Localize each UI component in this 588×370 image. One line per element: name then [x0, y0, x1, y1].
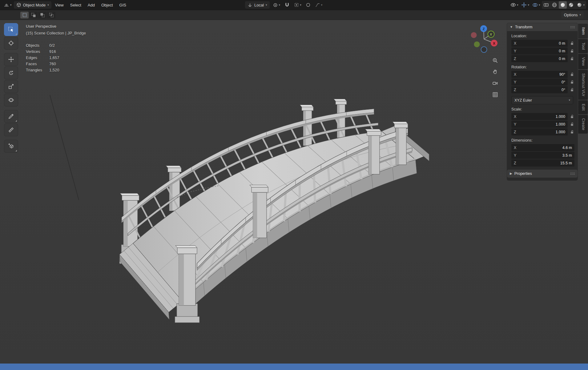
dimensions-y-field[interactable]: Y3.5 m	[511, 152, 574, 159]
tab-edit[interactable]: Edit	[578, 100, 588, 114]
pan-button[interactable]	[490, 66, 500, 77]
tool-rotate[interactable]	[4, 66, 18, 79]
menu-view[interactable]: View	[52, 2, 66, 8]
location-z-field[interactable]: Z0 m	[511, 55, 568, 62]
axis-label: Z	[514, 130, 519, 134]
zoom-button[interactable]	[490, 55, 500, 66]
gizmo-axis-z-neg[interactable]	[481, 47, 487, 53]
menu-add[interactable]: Add	[85, 2, 98, 8]
tool-scale[interactable]	[4, 80, 18, 93]
chevron-down-icon: ▾	[321, 4, 323, 6]
lock-open-icon[interactable]	[570, 115, 574, 119]
rotate-icon	[8, 70, 14, 76]
tool-add-cube[interactable]	[4, 140, 18, 153]
ortho-toggle-button[interactable]	[490, 89, 500, 100]
select-mode-extend-button[interactable]	[29, 12, 38, 18]
tool-measure[interactable]	[4, 123, 18, 136]
shading-rendered-button[interactable]: ▾	[575, 1, 586, 9]
chevron-down-icon: ▾	[528, 4, 529, 6]
gizmo-y-label: Y	[490, 33, 492, 36]
options-dropdown[interactable]: Options ▾	[561, 11, 584, 18]
tab-item[interactable]: Item	[578, 24, 588, 38]
overlays-toggle-dropdown[interactable]: ▾	[531, 1, 542, 9]
properties-panel-header[interactable]: ▶ Properties	[507, 170, 578, 178]
3d-viewport[interactable]: User Perspective (15) Scene Collection |…	[0, 20, 588, 364]
tool-annotate[interactable]	[4, 110, 18, 123]
transform-icon	[8, 97, 14, 103]
rotation-z-field[interactable]: Z0°	[511, 86, 568, 93]
gizmo-axis-x-neg[interactable]	[471, 32, 477, 38]
select-mode-set-button[interactable]	[20, 12, 29, 18]
lock-open-icon[interactable]	[570, 41, 574, 45]
proportional-falloff-dropdown[interactable]: ▾	[314, 1, 324, 9]
dimensions-x-field[interactable]: X4.6 m	[511, 144, 574, 151]
lock-open-icon[interactable]	[570, 72, 574, 76]
pivot-point-dropdown[interactable]: ▾	[272, 1, 282, 9]
scale-z-row: Z1.000	[507, 128, 578, 135]
lock-open-icon[interactable]	[570, 130, 574, 134]
navigation-gizmo[interactable]: Y Z X	[462, 20, 508, 57]
chevron-right-icon: ▶	[510, 172, 512, 175]
tab-shortcut-vur[interactable]: Shortcut VUr	[578, 70, 588, 100]
gizmo-axis-y-neg[interactable]	[474, 42, 480, 47]
tool-move[interactable]	[4, 53, 18, 66]
shading-material-button[interactable]	[567, 1, 575, 9]
scale-x-field[interactable]: X1.000	[511, 113, 568, 120]
transform-orientation-dropdown[interactable]: Local ▾	[245, 1, 270, 9]
tab-create[interactable]: Create	[578, 115, 588, 134]
lock-open-icon[interactable]	[570, 49, 574, 53]
select-mode-intersect-button[interactable]	[47, 12, 55, 18]
stat-label: Edges	[26, 55, 49, 60]
rotation-x-field[interactable]: X90°	[511, 71, 568, 78]
select-mode-subtract-button[interactable]	[38, 12, 46, 18]
snap-target-dropdown[interactable]: ▾	[293, 1, 303, 9]
scale-y-field[interactable]: Y1.000	[511, 121, 568, 128]
editor-type-button[interactable]: ▾	[2, 1, 13, 9]
lock-open-icon[interactable]	[570, 122, 574, 126]
properties-panel-title: Properties	[514, 171, 532, 176]
material-sphere-icon	[568, 2, 574, 8]
lock-open-icon[interactable]	[570, 57, 574, 61]
object-visibility-dropdown[interactable]: ▾	[509, 1, 520, 9]
snap-toggle-button[interactable]	[283, 1, 291, 9]
rotation-y-row: Y0°	[507, 78, 578, 86]
menu-object[interactable]: Object	[99, 2, 116, 8]
mode-dropdown[interactable]: Object Mode ▾	[14, 1, 51, 9]
proportional-editing-toggle[interactable]	[304, 1, 312, 9]
tool-select-box[interactable]	[4, 23, 18, 36]
location-y-field[interactable]: Y0 m	[511, 47, 568, 54]
tab-tool[interactable]: Tool	[578, 39, 588, 53]
tool-cursor[interactable]	[4, 37, 18, 50]
shading-solid-button[interactable]	[559, 1, 567, 9]
menu-gis[interactable]: GIS	[117, 2, 129, 8]
lock-open-icon[interactable]	[570, 88, 574, 92]
xray-toggle-button[interactable]	[542, 1, 550, 9]
rotation-mode-dropdown[interactable]: XYZ Euler ▾	[511, 96, 573, 104]
rotation-label: Rotation:	[507, 62, 578, 70]
scale-z-field[interactable]: Z1.000	[511, 128, 568, 135]
dimensions-z-field[interactable]: Z15.5 m	[511, 159, 574, 167]
stat-label: Faces	[26, 62, 49, 66]
field-value: 0 m	[559, 41, 565, 46]
drag-dots-icon[interactable]	[570, 26, 575, 29]
location-x-field[interactable]: X0 m	[511, 40, 568, 47]
select-mode-group	[20, 12, 55, 18]
transform-panel-header[interactable]: ▼ Transform	[507, 23, 578, 31]
tool-transform[interactable]	[4, 94, 18, 107]
select-box-icon	[8, 26, 14, 33]
lock-open-icon[interactable]	[570, 80, 574, 84]
menu-select[interactable]: Select	[67, 2, 84, 8]
stat-value: 916	[49, 49, 86, 54]
rotation-y-field[interactable]: Y0°	[511, 78, 568, 86]
shading-wireframe-button[interactable]	[550, 1, 558, 9]
stat-label: Triangles	[26, 68, 49, 72]
cube-icon	[16, 2, 21, 7]
gizmos-toggle-dropdown[interactable]: ▾	[520, 1, 530, 9]
snap-target-icon	[294, 2, 299, 7]
chevron-down-icon: ▾	[300, 4, 301, 6]
camera-view-button[interactable]	[490, 78, 500, 88]
chevron-down-icon: ▾	[579, 14, 581, 16]
tab-view[interactable]: View	[578, 54, 588, 69]
drag-dots-icon[interactable]	[570, 172, 575, 175]
rotation-z-row: Z0°	[507, 86, 578, 93]
